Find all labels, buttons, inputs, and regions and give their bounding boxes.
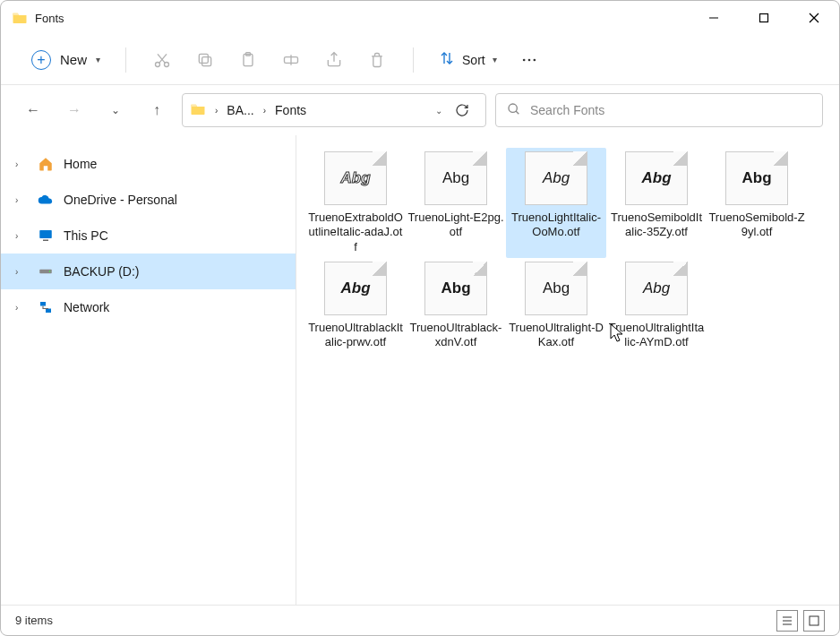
svg-point-16 xyxy=(527,58,530,61)
sidebar-item-label: BACKUP (D:) xyxy=(64,264,140,279)
font-thumbnail: Abg xyxy=(725,151,788,205)
font-thumbnail: Abg xyxy=(424,151,487,205)
file-name: TruenoLightItalic-OoMo.otf xyxy=(508,211,604,240)
minimize-button[interactable] xyxy=(689,1,739,35)
main-body: › Home › OneDrive - Personal › This PC ›… xyxy=(1,135,839,605)
svg-point-18 xyxy=(509,104,517,112)
search-icon xyxy=(507,102,521,119)
font-thumbnail: Abg xyxy=(324,151,387,205)
folder-icon xyxy=(190,101,206,120)
window-title: Fonts xyxy=(35,12,64,25)
svg-line-19 xyxy=(516,111,519,114)
svg-line-6 xyxy=(159,54,167,63)
cloud-icon xyxy=(37,191,55,209)
copy-button[interactable] xyxy=(185,42,225,78)
close-button[interactable] xyxy=(789,1,839,35)
sidebar-item-label: Network xyxy=(64,300,109,314)
font-preview-text: Abg xyxy=(643,279,670,297)
sort-button[interactable]: Sort ▾ xyxy=(430,45,506,74)
home-icon xyxy=(37,155,55,173)
share-button[interactable] xyxy=(314,42,354,78)
search-box[interactable]: Search Fonts xyxy=(495,93,823,127)
rename-button[interactable] xyxy=(271,42,311,78)
font-thumbnail: Abg xyxy=(525,262,587,315)
svg-rect-1 xyxy=(760,14,768,22)
file-name: TruenoExtraboldOutlineItalic-adaJ.otf xyxy=(307,211,404,254)
address-bar[interactable]: › BA... › Fonts ⌄ xyxy=(182,93,486,127)
file-name: TruenoUltrablackItalic-prwv.otf xyxy=(307,321,404,350)
icons-view-button[interactable] xyxy=(803,610,825,632)
font-preview-text: Abg xyxy=(741,169,771,187)
more-button[interactable] xyxy=(510,42,549,78)
file-item[interactable]: AbgTruenoExtraboldOutlineItalic-adaJ.otf xyxy=(305,148,406,258)
breadcrumb-seg[interactable]: BA... xyxy=(227,103,253,117)
file-item[interactable]: AbgTruenoUltralight-DKax.otf xyxy=(506,258,606,354)
back-button[interactable]: ← xyxy=(17,94,49,126)
sort-label: Sort xyxy=(462,53,485,67)
font-preview-text: Abg xyxy=(340,279,370,297)
monitor-icon xyxy=(37,227,55,245)
new-button[interactable]: + New ▾ xyxy=(22,45,109,75)
sidebar-item-network[interactable]: › Network xyxy=(1,289,296,325)
sidebar-item-home[interactable]: › Home xyxy=(1,146,296,182)
new-label: New xyxy=(60,52,87,67)
file-item[interactable]: AbgTruenoLight-E2pg.otf xyxy=(406,148,506,258)
paste-button[interactable] xyxy=(228,42,268,78)
sidebar-item-backup[interactable]: › BACKUP (D:) xyxy=(1,254,296,289)
recent-button[interactable]: ⌄ xyxy=(99,94,132,126)
sidebar-item-label: Home xyxy=(64,157,97,171)
file-name: TruenoSemibold-Z9yl.otf xyxy=(708,211,805,240)
statusbar: 9 items xyxy=(1,605,839,635)
delete-button[interactable] xyxy=(357,42,397,78)
navbar: ← → ⌄ ↑ › BA... › Fonts ⌄ Search Fonts xyxy=(1,85,839,135)
sort-icon xyxy=(439,50,455,69)
chevron-right-icon: › xyxy=(15,231,28,241)
font-preview-text: Abg xyxy=(442,169,469,187)
sidebar-item-label: OneDrive - Personal xyxy=(64,193,177,207)
folder-icon xyxy=(12,10,28,26)
chevron-right-icon[interactable]: › xyxy=(258,106,271,116)
font-thumbnail: Abg xyxy=(625,151,688,205)
file-name: TruenoUltralightItalic-AYmD.otf xyxy=(608,321,705,350)
file-item[interactable]: AbgTruenoUltralightItalic-AYmD.otf xyxy=(606,258,707,354)
chevron-right-icon: › xyxy=(15,195,28,205)
svg-rect-9 xyxy=(199,54,208,63)
forward-button[interactable]: → xyxy=(58,94,90,126)
svg-point-15 xyxy=(523,58,526,61)
file-item[interactable]: AbgTruenoUltrablack-xdnV.otf xyxy=(406,258,506,354)
file-item[interactable]: AbgTruenoLightItalic-OoMo.otf xyxy=(506,148,606,258)
sidebar-item-label: This PC xyxy=(64,228,108,243)
item-count: 9 items xyxy=(15,614,53,627)
chevron-right-icon[interactable]: › xyxy=(210,106,223,116)
svg-rect-21 xyxy=(43,240,48,242)
file-name: TruenoUltrablack-xdnV.otf xyxy=(407,321,504,350)
chevron-down-icon: ▾ xyxy=(493,55,497,64)
font-preview-text: Abg xyxy=(543,169,570,187)
file-grid[interactable]: AbgTruenoExtraboldOutlineItalic-adaJ.otf… xyxy=(296,135,839,605)
search-placeholder: Search Fonts xyxy=(530,103,604,117)
breadcrumb-seg[interactable]: Fonts xyxy=(275,103,306,117)
details-view-button[interactable] xyxy=(776,610,798,632)
sidebar-item-thispc[interactable]: › This PC xyxy=(1,218,296,254)
chevron-down-icon[interactable]: ⌄ xyxy=(435,106,442,116)
font-preview-text: Abg xyxy=(340,169,370,187)
font-preview-text: Abg xyxy=(543,279,570,297)
file-name: TruenoLight-E2pg.otf xyxy=(407,211,504,240)
up-button[interactable]: ↑ xyxy=(141,94,173,126)
drive-icon xyxy=(37,262,55,280)
svg-point-17 xyxy=(533,58,536,61)
chevron-down-icon: ▾ xyxy=(96,55,100,64)
sidebar-item-onedrive[interactable]: › OneDrive - Personal xyxy=(1,182,296,218)
separator xyxy=(125,47,126,73)
svg-rect-25 xyxy=(46,309,51,314)
file-item[interactable]: AbgTruenoUltrablackItalic-prwv.otf xyxy=(305,258,406,354)
svg-rect-8 xyxy=(202,56,211,65)
chevron-right-icon: › xyxy=(15,303,28,313)
font-thumbnail: Abg xyxy=(525,151,587,205)
file-item[interactable]: AbgTruenoSemibold-Z9yl.otf xyxy=(707,148,807,258)
maximize-button[interactable] xyxy=(739,1,789,35)
toolbar: + New ▾ Sort ▾ xyxy=(1,35,839,85)
refresh-button[interactable] xyxy=(446,94,478,126)
cut-button[interactable] xyxy=(142,42,182,78)
file-item[interactable]: AbgTruenoSemiboldItalic-35Zy.otf xyxy=(606,148,707,258)
